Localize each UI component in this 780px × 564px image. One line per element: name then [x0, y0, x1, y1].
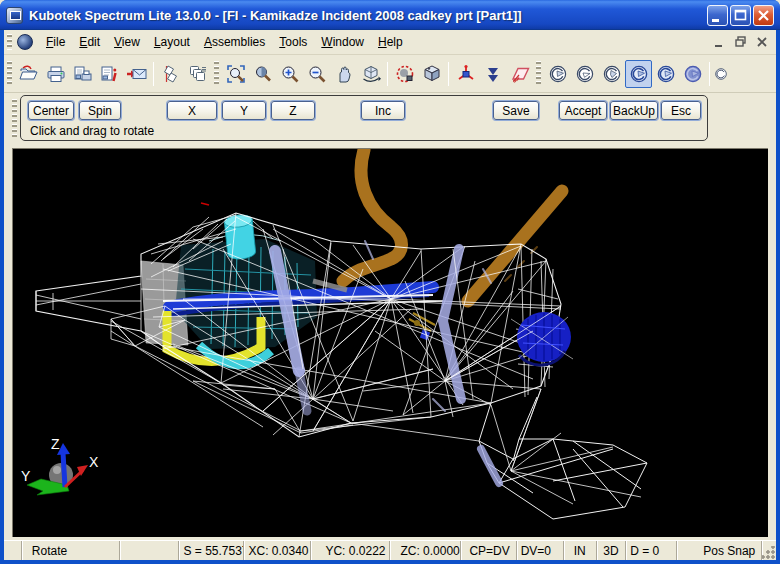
- mdi-minimize-button[interactable]: [711, 35, 728, 50]
- axis-x-label: X: [89, 454, 99, 470]
- view-iso-2-icon[interactable]: [571, 60, 598, 88]
- menu-bar: File Edit View Layout Assemblies Tools W…: [4, 30, 776, 55]
- status-dimension-mode[interactable]: 3D: [597, 541, 627, 560]
- mdi-restore-button[interactable]: [732, 35, 749, 50]
- save-button[interactable]: Save: [493, 101, 539, 120]
- menu-edit[interactable]: Edit: [72, 32, 107, 52]
- menu-tools[interactable]: Tools: [272, 32, 314, 52]
- open-icon[interactable]: [15, 60, 42, 88]
- main-toolbar: [4, 55, 776, 93]
- mdi-close-button[interactable]: [753, 35, 770, 50]
- shaded-view-icon[interactable]: [418, 60, 445, 88]
- prompt-message: Click and drag to rotate: [30, 124, 154, 138]
- view-iso-5-icon[interactable]: [652, 60, 679, 88]
- plot-icon[interactable]: [69, 60, 96, 88]
- print-icon[interactable]: [42, 60, 69, 88]
- menu-file[interactable]: File: [39, 32, 72, 52]
- backup-button[interactable]: BackUp: [610, 101, 658, 120]
- title-bar[interactable]: Kubotek Spectrum Lite 13.0.0 - [FI - Kam…: [0, 0, 780, 30]
- toolbar-grip-2[interactable]: [214, 61, 219, 87]
- document-icon: [17, 34, 33, 50]
- axis-triad: Z X Y: [21, 436, 99, 495]
- view-iso-6-icon[interactable]: [679, 60, 706, 88]
- rotate-view-icon[interactable]: [357, 60, 384, 88]
- status-spacer-2: [677, 541, 699, 560]
- prompt-panel: Center Spin X Y Z Inc Save Accept BackUp…: [20, 95, 708, 141]
- view-iso-7-icon[interactable]: [713, 60, 729, 88]
- status-depth[interactable]: D = 0: [626, 541, 677, 560]
- accept-button[interactable]: Accept: [559, 101, 607, 120]
- toolbar-grip[interactable]: [7, 61, 12, 87]
- menu-assemblies[interactable]: Assemblies: [197, 32, 272, 52]
- status-mode: Rotate: [22, 541, 121, 560]
- y-button[interactable]: Y: [222, 101, 266, 120]
- axis-z-label: Z: [51, 436, 60, 452]
- levels-icon[interactable]: [157, 60, 184, 88]
- axes-icon[interactable]: [452, 60, 479, 88]
- send-mail-icon[interactable]: [123, 60, 150, 88]
- status-spacer: [120, 541, 179, 560]
- pan-icon[interactable]: [330, 60, 357, 88]
- zoom-in-icon[interactable]: [276, 60, 303, 88]
- app-icon: [6, 7, 23, 24]
- status-pos-snap[interactable]: Pos Snap: [699, 541, 762, 560]
- window-title: Kubotek Spectrum Lite 13.0.0 - [FI - Kam…: [29, 8, 707, 23]
- status-bar: Rotate S = 55.7537 XC: 0.0340 YC: 0.0222…: [4, 540, 776, 560]
- view-iso-4-icon[interactable]: [625, 60, 652, 88]
- toolbar-separator-3: [448, 62, 449, 86]
- menu-view[interactable]: View: [107, 32, 147, 52]
- menu-window[interactable]: Window: [314, 32, 371, 52]
- toolbar-grip-3[interactable]: [536, 61, 541, 87]
- z-button[interactable]: Z: [271, 101, 315, 120]
- center-button[interactable]: Center: [28, 101, 74, 120]
- status-zc: ZC: 0.0000: [390, 541, 461, 560]
- wireframe-model: Z X Y: [13, 149, 769, 538]
- resize-grip[interactable]: [762, 546, 776, 560]
- move-down-icon[interactable]: [479, 60, 506, 88]
- zoom-out-icon[interactable]: [303, 60, 330, 88]
- menu-help[interactable]: Help: [371, 32, 410, 52]
- application-window: Kubotek Spectrum Lite 13.0.0 - [FI - Kam…: [0, 0, 780, 564]
- status-blank: [4, 541, 22, 560]
- file-properties-icon[interactable]: [96, 60, 123, 88]
- esc-button[interactable]: Esc: [661, 101, 701, 120]
- toolbar-separator-4: [709, 62, 710, 86]
- prompt-grip[interactable]: [12, 99, 17, 137]
- view-iso-1-icon[interactable]: [544, 60, 571, 88]
- viewport-canvas[interactable]: Z X Y: [12, 148, 768, 537]
- status-units[interactable]: IN: [564, 541, 597, 560]
- zoom-scale-icon[interactable]: [249, 60, 276, 88]
- render-options-icon[interactable]: [391, 60, 418, 88]
- zoom-window-icon[interactable]: [222, 60, 249, 88]
- prompt-row: Center Spin X Y Z Inc Save Accept BackUp…: [4, 93, 776, 143]
- toolbar-separator: [153, 62, 154, 86]
- layers-icon[interactable]: [184, 60, 211, 88]
- status-dv[interactable]: DV=0: [517, 541, 564, 560]
- inc-button[interactable]: Inc: [361, 101, 405, 120]
- minimize-button[interactable]: [707, 5, 728, 26]
- maximize-button[interactable]: [730, 5, 751, 26]
- spin-button[interactable]: Spin: [79, 101, 121, 120]
- status-xc: XC: 0.0340: [244, 541, 311, 560]
- toolbar-separator-2: [387, 62, 388, 86]
- view-iso-3-icon[interactable]: [598, 60, 625, 88]
- menubar-grip[interactable]: [7, 34, 12, 51]
- clip-plane-icon[interactable]: [506, 60, 533, 88]
- status-cp[interactable]: CP=DV: [461, 541, 516, 560]
- axis-y-label: Y: [21, 468, 31, 484]
- status-scale: S = 55.7537: [179, 541, 244, 560]
- status-yc: YC: 0.0222: [311, 541, 390, 560]
- x-button[interactable]: X: [167, 101, 217, 120]
- menu-layout[interactable]: Layout: [147, 32, 197, 52]
- close-button[interactable]: [753, 5, 774, 26]
- axis-z-arrow: [63, 453, 65, 487]
